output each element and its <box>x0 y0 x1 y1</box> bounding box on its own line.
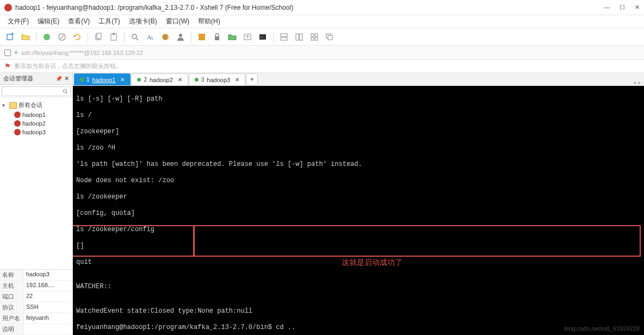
menu-help[interactable]: 帮助(H) <box>195 16 224 27</box>
status-dot-icon <box>137 78 141 82</box>
address-text[interactable]: ssh://feiyuanhang:******@192.168.153.128… <box>21 49 143 56</box>
tile-grid-button[interactable] <box>307 30 321 44</box>
tab-close-icon[interactable]: ✕ <box>178 77 182 83</box>
close-button[interactable]: ✕ <box>635 4 640 11</box>
svg-point-10 <box>132 34 137 39</box>
paste-button[interactable] <box>107 30 121 44</box>
hint-bar: ⚑ 要添加当前会话，点击左侧的箭头按钮。 <box>0 60 644 73</box>
window-title: hadoop1 - feiyuanhang@hadoop1: /program/… <box>15 4 604 11</box>
prop-host-key: 主机 <box>0 281 24 291</box>
svg-point-16 <box>166 35 168 36</box>
hint-text: 要添加当前会话，点击左侧的箭头按钮。 <box>14 62 122 70</box>
svg-rect-28 <box>311 34 314 36</box>
plus-icon[interactable]: + <box>14 49 18 57</box>
session-tree: ▾ 所有会话 hadoop1 hadoop2 hadoop3 <box>0 98 72 269</box>
svg-rect-20 <box>215 36 219 40</box>
session-icon <box>14 129 21 135</box>
svg-point-14 <box>162 34 169 40</box>
maximize-button[interactable]: ☐ <box>620 4 625 11</box>
prop-proto-key: 协议 <box>0 302 24 313</box>
tile-v-button[interactable] <box>292 30 306 44</box>
tile-h-button[interactable] <box>277 30 291 44</box>
session-search-input[interactable] <box>2 86 71 96</box>
session-manager-header: 会话管理器 📌 ✕ <box>0 73 72 85</box>
menu-edit[interactable]: 编辑(E) <box>34 16 63 27</box>
prop-user-val: feiyuanh <box>24 313 72 324</box>
open-button[interactable] <box>18 30 33 44</box>
status-dot-icon <box>195 78 199 82</box>
annotation-text: 这就是启动成功了 <box>339 258 405 267</box>
svg-rect-31 <box>315 38 318 40</box>
connect-icon[interactable] <box>4 49 11 56</box>
collapse-icon[interactable]: ▾ <box>2 102 8 108</box>
svg-rect-26 <box>296 34 299 40</box>
svg-rect-9 <box>113 33 115 35</box>
prop-port-key: 端口 <box>0 291 24 302</box>
session-node-hadoop1[interactable]: hadoop1 <box>12 110 72 119</box>
user-button[interactable] <box>174 30 188 44</box>
toolbar: AA >_ <box>0 28 644 46</box>
tab-scroll-right-icon[interactable]: ▸ <box>638 79 641 85</box>
tab-hadoop2[interactable]: 2 hadoop2 ✕ <box>131 73 188 85</box>
svg-rect-33 <box>328 35 332 40</box>
session-icon <box>14 120 21 127</box>
pin-icon[interactable]: 📌 <box>55 76 62 82</box>
menu-window[interactable]: 窗口(W) <box>163 16 193 27</box>
terminal-button[interactable]: >_ <box>256 30 270 44</box>
upload-button[interactable] <box>240 30 255 44</box>
tab-close-icon[interactable]: ✕ <box>235 77 239 83</box>
svg-point-15 <box>164 35 165 36</box>
copy-button[interactable] <box>91 30 106 44</box>
svg-point-18 <box>179 34 182 37</box>
svg-rect-27 <box>300 34 302 40</box>
cascade-button[interactable] <box>323 30 337 44</box>
disconnect-button[interactable] <box>55 30 69 44</box>
xftp-button[interactable] <box>225 30 239 44</box>
terminal[interactable]: ls [-s] [-w] [-R] path ls / [zookeeper] … <box>73 86 644 335</box>
prop-name-val: hadoop3 <box>24 270 72 280</box>
session-icon <box>14 111 21 118</box>
new-session-button[interactable] <box>3 30 17 44</box>
svg-line-11 <box>136 38 138 40</box>
prop-name-key: 名称 <box>0 270 24 280</box>
panel-close-icon[interactable]: ✕ <box>64 75 69 82</box>
lock-button[interactable] <box>210 30 224 44</box>
tab-add-button[interactable]: + <box>246 73 258 85</box>
svg-line-5 <box>60 35 64 39</box>
session-search <box>0 85 72 98</box>
menu-tools[interactable]: 工具(T) <box>95 16 123 27</box>
svg-rect-30 <box>311 38 314 40</box>
prop-user-key: 用户名 <box>0 313 24 324</box>
connect-button[interactable] <box>40 30 54 44</box>
tree-root-label: 所有会话 <box>18 101 42 109</box>
menu-view[interactable]: 查看(V) <box>65 16 93 27</box>
session-node-hadoop2[interactable]: hadoop2 <box>12 119 72 128</box>
tab-hadoop3[interactable]: 3 hadoop3 ✕ <box>189 73 245 85</box>
svg-text:A: A <box>150 36 153 41</box>
address-bar: + ssh://feiyuanhang:******@192.168.153.1… <box>0 46 644 60</box>
window-controls: — ☐ ✕ <box>604 4 640 11</box>
minimize-button[interactable]: — <box>604 4 610 11</box>
font-button[interactable]: AA <box>143 30 157 44</box>
reconnect-button[interactable] <box>70 30 84 44</box>
prop-desc-val <box>24 324 72 334</box>
menu-tabs[interactable]: 选项卡(B) <box>126 16 160 27</box>
svg-rect-7 <box>97 33 101 39</box>
svg-rect-25 <box>281 38 287 40</box>
search-button[interactable] <box>128 30 142 44</box>
tab-close-icon[interactable]: ✕ <box>120 77 125 83</box>
svg-point-3 <box>44 34 50 40</box>
tree-root[interactable]: ▾ 所有会话 <box>0 100 72 110</box>
color-button[interactable] <box>158 30 172 44</box>
tab-hadoop1[interactable]: 1 hadoop1 ✕ <box>74 73 131 85</box>
tab-bar: 1 hadoop1 ✕ 2 hadoop2 ✕ 3 hadoop3 ✕ + ◂ … <box>73 73 644 86</box>
session-node-hadoop3[interactable]: hadoop3 <box>12 128 72 137</box>
tab-scroll-left-icon[interactable]: ◂ <box>633 79 636 85</box>
svg-rect-19 <box>199 34 205 40</box>
script-button[interactable] <box>195 30 209 44</box>
menu-file[interactable]: 文件(F) <box>4 16 32 27</box>
svg-text:>_: >_ <box>261 35 266 40</box>
svg-rect-24 <box>281 34 287 36</box>
prop-port-val: 22 <box>24 291 72 302</box>
svg-rect-29 <box>315 34 318 36</box>
